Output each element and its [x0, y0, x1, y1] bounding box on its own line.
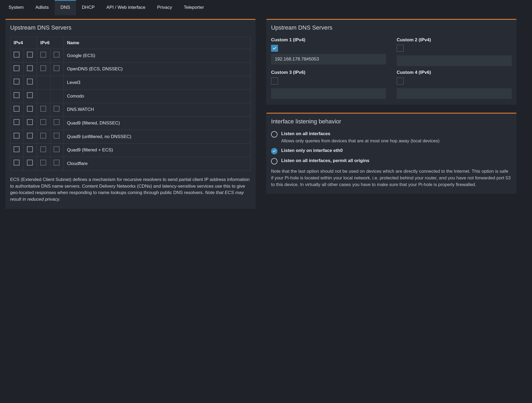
v6a-cell — [37, 76, 50, 90]
v6a-cell — [37, 116, 50, 130]
v6a-checkbox[interactable] — [40, 106, 46, 112]
v4b-checkbox[interactable] — [27, 146, 33, 152]
custom-dns-input[interactable] — [397, 88, 512, 99]
v6a-cell — [37, 62, 50, 76]
v6b-cell — [50, 76, 64, 90]
table-row: Quad9 (filtered + ECS) — [10, 143, 251, 157]
custom-dns-checkbox[interactable] — [271, 78, 278, 84]
v6b-checkbox[interactable] — [54, 119, 59, 125]
interface-radio[interactable] — [271, 131, 277, 138]
v4b-checkbox[interactable] — [27, 106, 33, 112]
custom-dns-label: Custom 3 (IPv6) — [271, 69, 386, 76]
v4a-checkbox[interactable] — [14, 133, 19, 139]
custom-dns-checkbox[interactable] — [397, 78, 404, 84]
custom-dns-checkbox[interactable] — [397, 45, 404, 52]
custom-dns-label: Custom 1 (IPv4) — [271, 37, 386, 43]
custom-dns-item: Custom 1 (IPv4) — [271, 37, 386, 66]
v6a-checkbox[interactable] — [40, 119, 46, 125]
v6b-cell — [50, 49, 64, 63]
provider-name: Level3 — [64, 76, 251, 90]
tab-api[interactable]: API / Web interface — [101, 0, 151, 15]
v4a-checkbox[interactable] — [14, 52, 19, 58]
v6b-cell — [50, 90, 64, 103]
custom-dns-input[interactable] — [397, 55, 512, 66]
v4b-cell — [24, 116, 37, 130]
v4a-checkbox[interactable] — [14, 106, 19, 112]
v6b-checkbox[interactable] — [54, 52, 59, 58]
v4b-cell — [24, 103, 37, 116]
upstream-dns-table: IPv4 IPv6 Name Google (ECS)OpenDNS (ECS,… — [10, 37, 251, 171]
tab-privacy[interactable]: Privacy — [151, 0, 178, 15]
table-row: DNS.WATCH — [10, 103, 251, 116]
custom-dns-input[interactable] — [271, 54, 386, 65]
v6a-checkbox[interactable] — [40, 146, 46, 152]
custom-dns-label: Custom 4 (IPv6) — [397, 69, 512, 76]
v4b-checkbox[interactable] — [27, 133, 33, 139]
provider-name: Comodo — [64, 90, 251, 103]
v4b-checkbox[interactable] — [27, 119, 33, 125]
v6a-cell — [37, 49, 50, 63]
panel-title: Upstream DNS Servers — [271, 23, 512, 32]
v6b-cell — [50, 157, 64, 171]
table-row: Cloudflare — [10, 157, 251, 171]
v6a-cell — [37, 103, 50, 116]
v4b-checkbox[interactable] — [27, 52, 33, 58]
tab-system[interactable]: System — [3, 0, 30, 15]
interface-radio[interactable] — [271, 158, 277, 164]
v4a-checkbox[interactable] — [14, 92, 19, 98]
check-icon — [272, 149, 276, 153]
tab-teleporter[interactable]: Teleporter — [178, 0, 210, 15]
v6b-cell — [50, 103, 64, 116]
v6a-cell — [37, 130, 50, 144]
provider-name: Cloudflare — [64, 157, 251, 171]
custom-dns-checkbox[interactable] — [271, 45, 278, 52]
panel-interface-listening: Interface listening behavior Listen on a… — [266, 113, 517, 194]
v4a-checkbox[interactable] — [14, 79, 19, 84]
table-row: Level3 — [10, 76, 251, 90]
v6a-checkbox[interactable] — [40, 52, 46, 58]
col-ipv4: IPv4 — [10, 37, 37, 49]
v6b-checkbox[interactable] — [54, 106, 59, 112]
tab-dns[interactable]: DNS — [55, 0, 76, 15]
panel-title: Interface listening behavior — [271, 117, 512, 126]
table-row: Comodo — [10, 90, 251, 103]
table-row: Google (ECS) — [10, 49, 251, 63]
v4a-cell — [10, 157, 24, 171]
ecs-footnote: ECS (Extended Client Subnet) defines a m… — [10, 176, 251, 203]
v4a-checkbox[interactable] — [14, 146, 19, 152]
tab-adlists[interactable]: Adlists — [30, 0, 55, 15]
v4b-checkbox[interactable] — [27, 160, 33, 166]
v6a-cell — [37, 143, 50, 157]
custom-dns-item: Custom 4 (IPv6) — [397, 69, 512, 99]
v6b-checkbox[interactable] — [54, 146, 59, 152]
interface-radio[interactable] — [271, 148, 277, 154]
v6a-checkbox[interactable] — [40, 65, 46, 71]
v4b-cell — [24, 157, 37, 171]
v6a-checkbox[interactable] — [40, 133, 46, 139]
interface-note: Note that the last option should not be … — [271, 168, 512, 188]
v4b-checkbox[interactable] — [27, 79, 33, 84]
v4b-cell — [24, 76, 37, 90]
provider-name: OpenDNS (ECS, DNSSEC) — [64, 62, 251, 76]
v6b-checkbox[interactable] — [54, 133, 59, 139]
v6b-checkbox[interactable] — [54, 65, 59, 71]
v4b-checkbox[interactable] — [27, 65, 33, 71]
custom-dns-input[interactable] — [271, 88, 386, 99]
custom-dns-item: Custom 2 (IPv4) — [397, 37, 512, 66]
tab-dhcp[interactable]: DHCP — [76, 0, 101, 15]
table-row: OpenDNS (ECS, DNSSEC) — [10, 62, 251, 76]
v6b-checkbox[interactable] — [54, 160, 59, 166]
interface-option-label: Listen only on interface eth0 — [281, 148, 343, 153]
v6a-checkbox[interactable] — [40, 160, 46, 166]
v4b-checkbox[interactable] — [27, 92, 33, 98]
interface-option-label: Listen on all interfaces, permit all ori… — [281, 158, 370, 163]
interface-option-desc: Allows only queries from devices that ar… — [281, 138, 439, 144]
panel-upstream-custom: Upstream DNS Servers Custom 1 (IPv4)Cust… — [266, 19, 517, 105]
v4a-checkbox[interactable] — [14, 119, 19, 125]
v6b-cell — [50, 62, 64, 76]
interface-option: Listen on all interfacesAllows only quer… — [271, 131, 512, 144]
v4a-checkbox[interactable] — [14, 65, 19, 71]
v4a-checkbox[interactable] — [14, 160, 19, 166]
provider-name: DNS.WATCH — [64, 103, 251, 116]
v4a-cell — [10, 143, 24, 157]
